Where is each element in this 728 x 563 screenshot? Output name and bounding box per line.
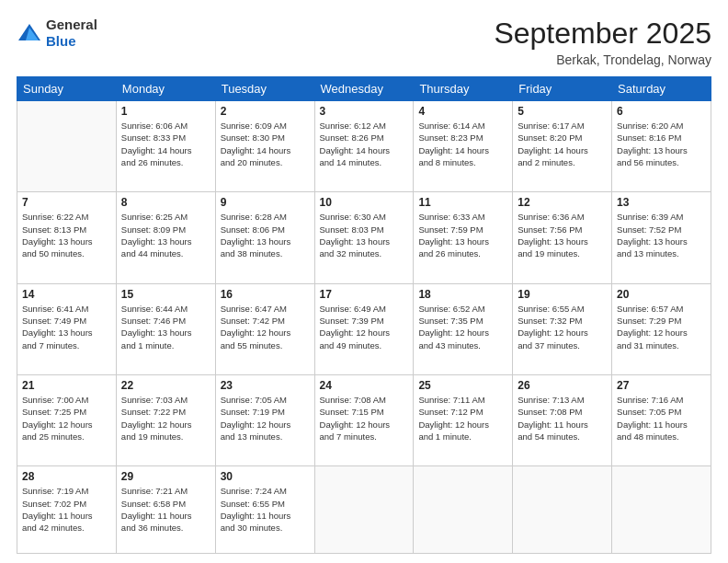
calendar-cell	[17, 101, 117, 192]
calendar-cell: 16Sunrise: 6:47 AM Sunset: 7:42 PM Dayli…	[215, 283, 314, 374]
day-info: Sunrise: 6:06 AM Sunset: 8:33 PM Dayligh…	[121, 120, 210, 168]
calendar-cell: 18Sunrise: 6:52 AM Sunset: 7:35 PM Dayli…	[414, 283, 513, 374]
calendar-week-1: 1Sunrise: 6:06 AM Sunset: 8:33 PM Daylig…	[17, 101, 711, 192]
day-info: Sunrise: 6:17 AM Sunset: 8:20 PM Dayligh…	[518, 120, 607, 168]
day-info: Sunrise: 6:55 AM Sunset: 7:32 PM Dayligh…	[518, 303, 607, 351]
logo-icon	[17, 20, 42, 46]
day-number: 26	[518, 379, 607, 392]
day-info: Sunrise: 6:09 AM Sunset: 8:30 PM Dayligh…	[221, 120, 310, 168]
day-info: Sunrise: 6:49 AM Sunset: 7:39 PM Dayligh…	[320, 303, 409, 351]
day-number: 8	[121, 196, 210, 209]
calendar: SundayMondayTuesdayWednesdayThursdayFrid…	[17, 76, 711, 554]
day-number: 24	[320, 379, 409, 392]
calendar-cell: 6Sunrise: 6:20 AM Sunset: 8:16 PM Daylig…	[612, 101, 711, 192]
day-info: Sunrise: 6:39 AM Sunset: 7:52 PM Dayligh…	[617, 211, 706, 259]
calendar-cell: 28Sunrise: 7:19 AM Sunset: 7:02 PM Dayli…	[17, 466, 117, 554]
day-number: 10	[320, 196, 409, 209]
day-info: Sunrise: 7:24 AM Sunset: 6:55 PM Dayligh…	[221, 485, 310, 534]
calendar-cell: 1Sunrise: 6:06 AM Sunset: 8:33 PM Daylig…	[116, 101, 215, 192]
calendar-cell: 26Sunrise: 7:13 AM Sunset: 7:08 PM Dayli…	[513, 374, 612, 465]
day-info: Sunrise: 6:14 AM Sunset: 8:23 PM Dayligh…	[418, 120, 507, 168]
calendar-cell: 13Sunrise: 6:39 AM Sunset: 7:52 PM Dayli…	[612, 192, 711, 283]
day-number: 11	[418, 196, 507, 209]
day-number: 14	[22, 288, 111, 301]
day-number: 17	[320, 288, 409, 301]
calendar-week-2: 7Sunrise: 6:22 AM Sunset: 8:13 PM Daylig…	[17, 192, 711, 283]
calendar-cell: 27Sunrise: 7:16 AM Sunset: 7:05 PM Dayli…	[612, 374, 711, 465]
calendar-header-wednesday: Wednesday	[314, 77, 414, 101]
logo-text: General Blue	[46, 17, 97, 50]
day-info: Sunrise: 6:36 AM Sunset: 7:56 PM Dayligh…	[518, 211, 607, 259]
day-info: Sunrise: 6:30 AM Sunset: 8:03 PM Dayligh…	[320, 211, 409, 259]
day-info: Sunrise: 7:05 AM Sunset: 7:19 PM Dayligh…	[221, 394, 310, 442]
day-number: 2	[221, 105, 310, 118]
day-info: Sunrise: 6:28 AM Sunset: 8:06 PM Dayligh…	[221, 211, 310, 259]
day-number: 15	[121, 288, 210, 301]
day-number: 1	[121, 105, 210, 118]
calendar-cell: 29Sunrise: 7:21 AM Sunset: 6:58 PM Dayli…	[116, 466, 215, 554]
calendar-cell: 5Sunrise: 6:17 AM Sunset: 8:20 PM Daylig…	[513, 101, 612, 192]
calendar-cell: 10Sunrise: 6:30 AM Sunset: 8:03 PM Dayli…	[314, 192, 414, 283]
logo-general: General	[46, 17, 97, 33]
calendar-header-saturday: Saturday	[612, 77, 711, 101]
day-info: Sunrise: 6:52 AM Sunset: 7:35 PM Dayligh…	[418, 303, 507, 351]
calendar-week-4: 21Sunrise: 7:00 AM Sunset: 7:25 PM Dayli…	[17, 374, 711, 465]
calendar-cell: 25Sunrise: 7:11 AM Sunset: 7:12 PM Dayli…	[414, 374, 513, 465]
calendar-cell: 8Sunrise: 6:25 AM Sunset: 8:09 PM Daylig…	[116, 192, 215, 283]
calendar-header-friday: Friday	[513, 77, 612, 101]
day-info: Sunrise: 6:20 AM Sunset: 8:16 PM Dayligh…	[617, 120, 706, 168]
calendar-cell: 20Sunrise: 6:57 AM Sunset: 7:29 PM Dayli…	[612, 283, 711, 374]
calendar-cell: 9Sunrise: 6:28 AM Sunset: 8:06 PM Daylig…	[215, 192, 314, 283]
calendar-cell: 7Sunrise: 6:22 AM Sunset: 8:13 PM Daylig…	[17, 192, 117, 283]
day-number: 4	[418, 105, 507, 118]
day-number: 7	[22, 196, 111, 209]
month-title: September 2025	[494, 17, 711, 51]
calendar-cell: 15Sunrise: 6:44 AM Sunset: 7:46 PM Dayli…	[116, 283, 215, 374]
day-number: 6	[617, 105, 706, 118]
calendar-cell: 14Sunrise: 6:41 AM Sunset: 7:49 PM Dayli…	[17, 283, 117, 374]
calendar-cell: 2Sunrise: 6:09 AM Sunset: 8:30 PM Daylig…	[215, 101, 314, 192]
calendar-header-row: SundayMondayTuesdayWednesdayThursdayFrid…	[17, 77, 711, 101]
day-info: Sunrise: 6:25 AM Sunset: 8:09 PM Dayligh…	[121, 211, 210, 259]
day-number: 19	[518, 288, 607, 301]
calendar-header-sunday: Sunday	[17, 77, 117, 101]
day-number: 30	[221, 470, 310, 483]
calendar-cell	[414, 466, 513, 554]
day-info: Sunrise: 7:11 AM Sunset: 7:12 PM Dayligh…	[418, 394, 507, 442]
calendar-cell	[513, 466, 612, 554]
calendar-cell: 12Sunrise: 6:36 AM Sunset: 7:56 PM Dayli…	[513, 192, 612, 283]
day-number: 29	[121, 470, 210, 483]
day-number: 22	[121, 379, 210, 392]
calendar-cell: 23Sunrise: 7:05 AM Sunset: 7:19 PM Dayli…	[215, 374, 314, 465]
logo: General Blue	[17, 17, 97, 50]
day-info: Sunrise: 7:21 AM Sunset: 6:58 PM Dayligh…	[121, 485, 210, 534]
day-number: 27	[617, 379, 706, 392]
day-number: 21	[22, 379, 111, 392]
calendar-cell: 4Sunrise: 6:14 AM Sunset: 8:23 PM Daylig…	[414, 101, 513, 192]
day-info: Sunrise: 6:33 AM Sunset: 7:59 PM Dayligh…	[418, 211, 507, 259]
page: General Blue September 2025 Berkak, Tron…	[0, 0, 728, 563]
day-info: Sunrise: 6:22 AM Sunset: 8:13 PM Dayligh…	[22, 211, 111, 259]
calendar-cell: 11Sunrise: 6:33 AM Sunset: 7:59 PM Dayli…	[414, 192, 513, 283]
calendar-header-tuesday: Tuesday	[215, 77, 314, 101]
calendar-cell: 24Sunrise: 7:08 AM Sunset: 7:15 PM Dayli…	[314, 374, 414, 465]
logo-blue: Blue	[46, 33, 97, 50]
calendar-cell: 17Sunrise: 6:49 AM Sunset: 7:39 PM Dayli…	[314, 283, 414, 374]
day-info: Sunrise: 6:44 AM Sunset: 7:46 PM Dayligh…	[121, 303, 210, 351]
calendar-cell: 19Sunrise: 6:55 AM Sunset: 7:32 PM Dayli…	[513, 283, 612, 374]
calendar-cell: 3Sunrise: 6:12 AM Sunset: 8:26 PM Daylig…	[314, 101, 414, 192]
calendar-cell: 30Sunrise: 7:24 AM Sunset: 6:55 PM Dayli…	[215, 466, 314, 554]
day-number: 13	[617, 196, 706, 209]
day-number: 20	[617, 288, 706, 301]
title-block: September 2025 Berkak, Trondelag, Norway	[494, 17, 711, 67]
day-number: 16	[221, 288, 310, 301]
day-info: Sunrise: 7:03 AM Sunset: 7:22 PM Dayligh…	[121, 394, 210, 442]
day-number: 28	[22, 470, 111, 483]
day-info: Sunrise: 7:16 AM Sunset: 7:05 PM Dayligh…	[617, 394, 706, 442]
day-number: 23	[221, 379, 310, 392]
calendar-week-5: 28Sunrise: 7:19 AM Sunset: 7:02 PM Dayli…	[17, 466, 711, 554]
day-info: Sunrise: 7:19 AM Sunset: 7:02 PM Dayligh…	[22, 485, 111, 534]
day-info: Sunrise: 7:00 AM Sunset: 7:25 PM Dayligh…	[22, 394, 111, 442]
calendar-header-thursday: Thursday	[414, 77, 513, 101]
day-info: Sunrise: 6:57 AM Sunset: 7:29 PM Dayligh…	[617, 303, 706, 351]
